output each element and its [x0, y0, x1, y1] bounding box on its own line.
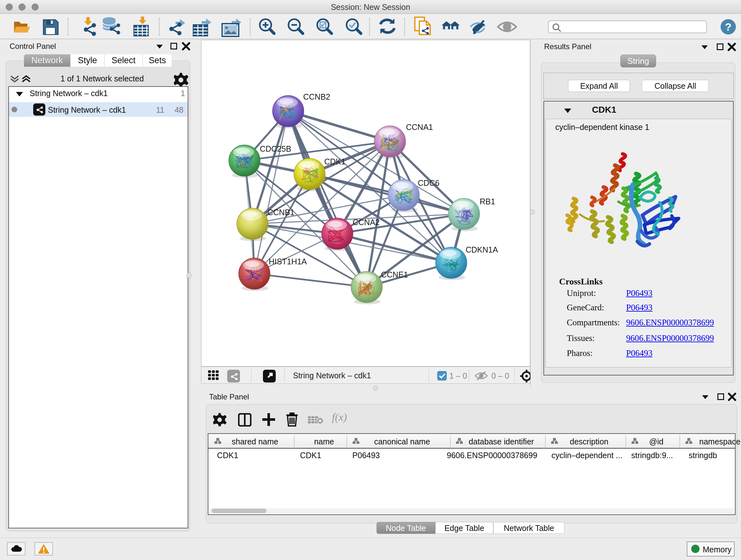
svg-text:CCNB1: CCNB1	[267, 208, 294, 217]
svg-text:RB1: RB1	[480, 197, 495, 206]
svg-text:HIST1H1A: HIST1H1A	[269, 257, 307, 266]
svg-text:CCNA2: CCNA2	[353, 218, 380, 227]
svg-text:CDK1: CDK1	[324, 157, 346, 166]
svg-text:?: ?	[725, 21, 732, 33]
svg-text:CDKN1A: CDKN1A	[466, 245, 498, 254]
svg-text:CCNA1: CCNA1	[406, 123, 433, 132]
svg-text:CDC25B: CDC25B	[260, 144, 291, 153]
svg-text:CCNE1: CCNE1	[381, 270, 408, 279]
svg-text:CDC6: CDC6	[418, 179, 440, 187]
svg-text:CCNB2: CCNB2	[303, 92, 330, 101]
